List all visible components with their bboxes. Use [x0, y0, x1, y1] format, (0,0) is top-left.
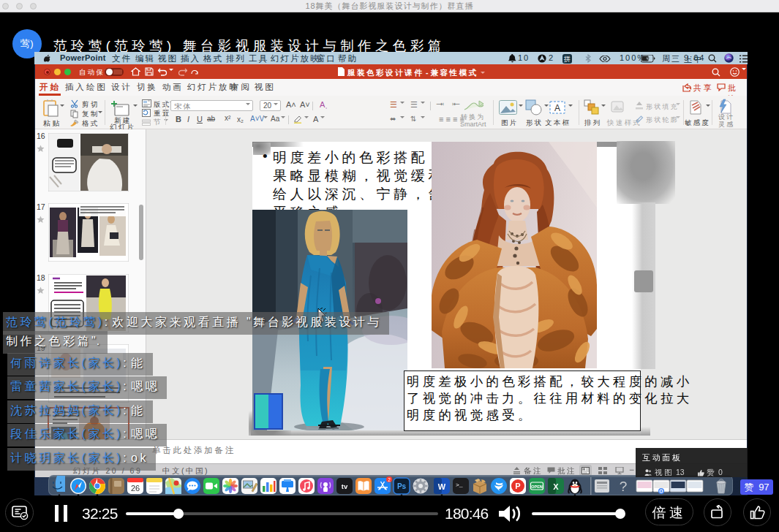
svg-text:P: P	[515, 482, 520, 490]
svg-text:OPEN: OPEN	[531, 484, 543, 489]
svg-text:W: W	[438, 482, 446, 491]
svg-text:A: A	[554, 103, 560, 113]
svg-text:X: X	[553, 482, 559, 491]
svg-text:Ps: Ps	[397, 482, 407, 490]
svg-text:?: ?	[620, 479, 628, 494]
svg-text:tv: tv	[342, 482, 348, 490]
svg-text:26: 26	[131, 484, 140, 493]
svg-text:2: 2	[388, 477, 391, 482]
svg-text:>_: >_	[456, 482, 463, 488]
